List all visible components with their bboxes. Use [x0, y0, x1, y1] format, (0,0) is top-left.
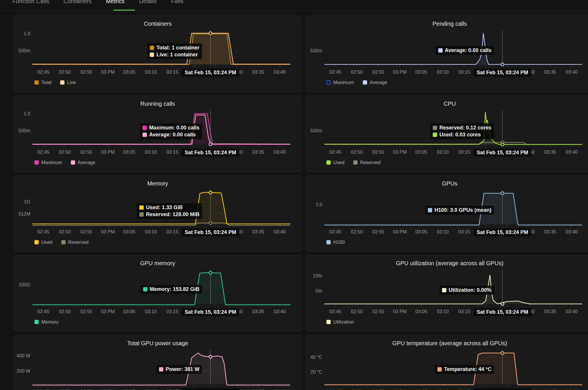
- x-axis-label: 03:10: [140, 229, 162, 235]
- legend-label: Total: [41, 80, 51, 85]
- cursor-marker: [501, 143, 504, 146]
- cursor-marker: [501, 302, 504, 305]
- x-axis-label: 02:55: [76, 389, 97, 390]
- legend-item-h100[interactable]: H100: [326, 239, 345, 245]
- x-axis-label: 03:35: [247, 149, 269, 155]
- legend-item-reserved[interactable]: Reserved: [61, 239, 89, 245]
- x-axis-label: 02:55: [76, 149, 97, 155]
- legend-chip: [34, 240, 39, 244]
- legend-item-utilization[interactable]: Utilization: [326, 319, 354, 325]
- tooltip-value: Power: 381 W: [166, 366, 199, 372]
- chart-plot-pending-calls[interactable]: 500m02:4502:5002:5503 PM03:0503:1003:150…: [306, 16, 588, 92]
- y-axis-label: 20 °C: [306, 369, 322, 375]
- cursor-marker: [209, 222, 212, 224]
- tab-metrics[interactable]: Metrics: [106, 0, 124, 5]
- x-axis-label: 02:50: [54, 149, 75, 155]
- chart-tooltip: H100: 3.0 GPUs (mean): [425, 206, 494, 215]
- crosshair-date-label: Sat Feb 15, 03:24 PM: [474, 308, 531, 316]
- tooltip-series-chip: [442, 288, 446, 292]
- chart-plot-cpu[interactable]: 500m02:4502:5002:5503 PM03:0503:1003:150…: [306, 96, 588, 172]
- x-axis-label: 02:50: [54, 309, 75, 314]
- legend-chip: [326, 320, 331, 324]
- tooltip-value: Live: 1 container: [156, 52, 198, 58]
- chart-tooltip: Total: 1 containerLive: 1 container: [147, 43, 202, 59]
- x-axis-label: 02:55: [76, 309, 97, 314]
- legend-item-maximum[interactable]: Maximum: [326, 80, 354, 85]
- y-axis-label: 400 W: [14, 353, 30, 359]
- legend-label: Memory: [41, 319, 59, 325]
- x-axis-label: 03:35: [539, 149, 561, 155]
- cursor-marker: [501, 352, 504, 354]
- x-axis-label: 03:10: [432, 389, 454, 390]
- chart-canvas[interactable]: [306, 335, 588, 390]
- x-axis-label: 02:55: [76, 69, 97, 75]
- x-axis-label: 03:40: [561, 309, 583, 314]
- chart-card-running-calls: Running calls 1.0500m02:4502:5002:5503 P…: [14, 96, 302, 172]
- tooltip-series-chip: [438, 48, 443, 53]
- x-axis-label: 03:15: [454, 69, 475, 75]
- chart-canvas[interactable]: [14, 335, 302, 390]
- y-axis-label: 5%: [306, 288, 322, 294]
- chart-plot-containers[interactable]: 1.0500m02:4502:5002:5503 PM03:0503:1003:…: [14, 16, 302, 92]
- y-axis-label: 2.0: [306, 202, 322, 207]
- legend-label: Reserved: [68, 239, 89, 245]
- chart-plot-gpu-temperature[interactable]: 40 °C20 °C02:4502:5002:5503 PM03:0503:10…: [306, 335, 588, 390]
- x-axis-label: 03:35: [247, 229, 269, 235]
- x-axis-label: 03:15: [162, 149, 183, 155]
- legend-label: H100: [333, 239, 345, 245]
- chart-card-cpu: CPU 500m02:4502:5002:5503 PM03:0503:1003…: [306, 96, 588, 172]
- x-axis-label: 02:45: [325, 149, 346, 155]
- tab-files[interactable]: Files: [171, 0, 183, 5]
- chart-plot-gpu-power[interactable]: 400 W200 W02:4502:5002:5503 PM03:0503:10…: [14, 335, 302, 390]
- tab-details[interactable]: Details: [139, 0, 157, 5]
- cursor-marker: [501, 63, 504, 66]
- tab-function-calls[interactable]: Function Calls: [12, 0, 49, 5]
- cursor-marker: [501, 192, 504, 195]
- cursor-marker: [209, 355, 212, 358]
- x-axis-label: 03:10: [140, 149, 162, 155]
- legend-item-average[interactable]: Average: [71, 160, 95, 165]
- chart-card-containers: Containers 1.0500m02:4502:5002:5503 PM03…: [14, 16, 302, 92]
- y-axis-label: 1G: [14, 199, 30, 205]
- x-axis-label: 03:40: [561, 389, 583, 390]
- chart-tooltip: Temperature: 44 °C: [435, 365, 494, 374]
- chart-plot-running-calls[interactable]: 1.0500m02:4502:5002:5503 PM03:0503:1003:…: [14, 96, 302, 172]
- cursor-marker: [209, 191, 212, 194]
- x-axis-label: 03:40: [269, 149, 291, 155]
- crosshair-date-label: Sat Feb 15, 03:24 PM: [474, 69, 531, 77]
- chart-plot-gpu-memory[interactable]: 100G02:4502:5002:5503 PM03:0503:1003:150…: [14, 255, 302, 331]
- chart-tooltip: Reserved: 0.12 coresUsed: 0.03 cores: [430, 123, 494, 139]
- x-axis-label: 02:50: [346, 389, 367, 390]
- x-axis-label: 03:35: [539, 69, 561, 75]
- x-axis-label: 03:10: [140, 389, 162, 390]
- chart-tooltip: Memory: 153.82 GiB: [140, 285, 202, 294]
- chart-card-gpu-memory: GPU memory 100G02:4502:5002:5503 PM03:05…: [14, 255, 302, 331]
- legend-item-maximum[interactable]: Maximum: [34, 160, 62, 165]
- legend-item-used[interactable]: Used: [34, 239, 53, 245]
- chart-plot-gpu-utilization[interactable]: 10%5%02:4502:5002:5503 PM03:0503:1003:15…: [306, 255, 588, 331]
- x-axis-label: 03:10: [432, 149, 454, 155]
- x-axis-label: 03:05: [119, 389, 140, 390]
- x-axis-label: 03:10: [432, 69, 454, 75]
- tab-containers[interactable]: Containers: [64, 0, 92, 5]
- legend-item-memory[interactable]: Memory: [34, 319, 59, 325]
- legend-label: Used: [333, 160, 345, 165]
- legend-item-reserved[interactable]: Reserved: [353, 160, 381, 165]
- legend-label: Live: [67, 80, 76, 85]
- y-axis-label: 200 W: [14, 368, 30, 374]
- legend-chip: [326, 240, 331, 244]
- tooltip-value: Average: 0.00 calls: [445, 47, 491, 53]
- x-axis-label: 02:50: [54, 229, 75, 235]
- legend-item-total[interactable]: Total: [34, 80, 51, 85]
- chart-plot-memory[interactable]: 1G512M02:4502:5002:5503 PM03:0503:1003:1…: [14, 176, 302, 251]
- y-axis-label: 512M: [14, 211, 30, 217]
- legend-item-average[interactable]: Average: [363, 80, 387, 85]
- tooltip-value: Memory: 153.82 GiB: [150, 286, 199, 292]
- x-axis-label: 02:50: [54, 389, 75, 390]
- tab-bar-divider: [0, 11, 588, 11]
- chart-plot-gpus[interactable]: 2.002:4502:5002:5503 PM03:0503:1003:1503…: [306, 176, 588, 251]
- x-axis-label: 03 PM: [389, 149, 411, 155]
- chart-card-memory: Memory 1G512M02:4502:5002:5503 PM03:0503…: [14, 175, 302, 252]
- legend-item-live[interactable]: Live: [60, 80, 76, 85]
- legend-item-used[interactable]: Used: [326, 160, 345, 165]
